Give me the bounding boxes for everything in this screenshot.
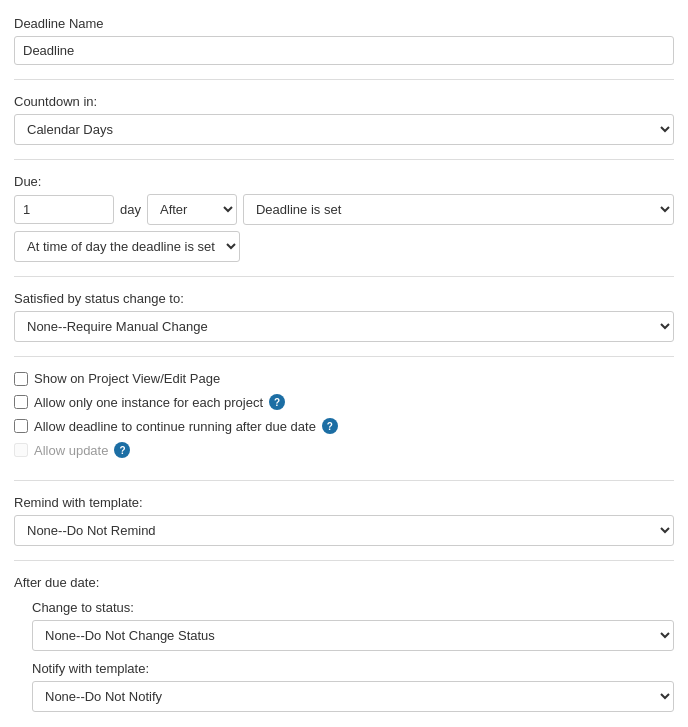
continue-running-help-icon[interactable]: ? (322, 418, 338, 434)
countdown-label: Countdown in: (14, 94, 674, 109)
show-project-checkbox[interactable] (14, 372, 28, 386)
remind-label: Remind with template: (14, 495, 674, 510)
show-project-label: Show on Project View/Edit Page (34, 371, 220, 386)
allow-update-checkbox (14, 443, 28, 457)
due-label: Due: (14, 174, 674, 189)
due-number-input[interactable] (14, 195, 114, 224)
due-when-select[interactable]: Deadline is set Project start Project en… (243, 194, 674, 225)
satisfied-label: Satisfied by status change to: (14, 291, 674, 306)
due-after-select[interactable]: After Before (147, 194, 237, 225)
countdown-select[interactable]: Calendar Days Business Days (14, 114, 674, 145)
remind-select[interactable]: None--Do Not Remind Template 1 Template … (14, 515, 674, 546)
one-instance-help-icon[interactable]: ? (269, 394, 285, 410)
continue-running-checkbox[interactable] (14, 419, 28, 433)
allow-update-label: Allow update (34, 443, 108, 458)
after-due-label: After due date: (14, 575, 674, 590)
due-time-select[interactable]: At time of day the deadline is set Start… (14, 231, 240, 262)
deadline-name-input[interactable] (14, 36, 674, 65)
notify-label: Notify with template: (32, 661, 674, 676)
change-status-select[interactable]: None--Do Not Change Status Complete In P… (32, 620, 674, 651)
one-instance-label: Allow only one instance for each project (34, 395, 263, 410)
deadline-name-label: Deadline Name (14, 16, 674, 31)
continue-running-label: Allow deadline to continue running after… (34, 419, 316, 434)
due-day-label: day (120, 202, 141, 217)
allow-update-help-icon[interactable]: ? (114, 442, 130, 458)
satisfied-select[interactable]: None--Require Manual Change Complete In … (14, 311, 674, 342)
change-status-label: Change to status: (32, 600, 674, 615)
one-instance-checkbox[interactable] (14, 395, 28, 409)
notify-select[interactable]: None--Do Not Notify Template 1 Template … (32, 681, 674, 712)
